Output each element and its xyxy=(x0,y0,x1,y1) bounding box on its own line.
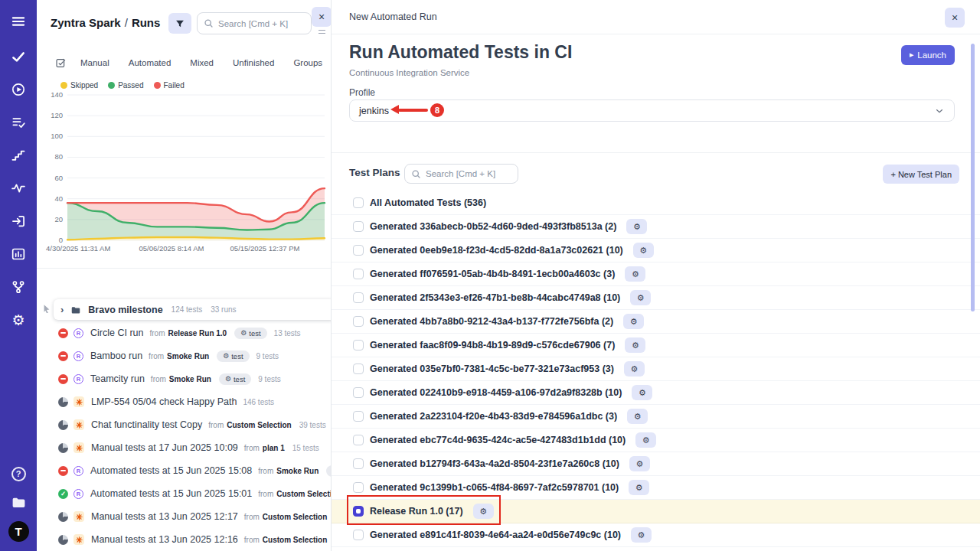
svg-text:120: 120 xyxy=(51,111,63,119)
test-plan-settings-button[interactable]: ⚙ xyxy=(630,290,651,305)
test-plan-row[interactable]: Generated b12794f3-643a-4a2d-8504-23f1e7… xyxy=(332,452,980,476)
scrollbar-thumb[interactable] xyxy=(971,44,975,311)
branch-icon[interactable] xyxy=(6,278,31,296)
test-plan-checkbox[interactable] xyxy=(353,340,364,350)
test-plan-checkbox[interactable] xyxy=(353,435,364,445)
test-plan-settings-button[interactable]: ⚙ xyxy=(625,266,645,282)
tab-automated[interactable]: Automated xyxy=(129,58,172,67)
test-plan-checkbox[interactable] xyxy=(353,221,364,232)
test-plans-search[interactable] xyxy=(404,164,518,184)
run-row[interactable]: Manual tests at 13 Jun 2025 12:17fromCus… xyxy=(37,505,331,528)
runs-search[interactable] xyxy=(197,12,312,34)
runs-search-input[interactable] xyxy=(214,19,311,28)
svg-text:20: 20 xyxy=(54,215,63,223)
help-icon[interactable]: ? xyxy=(6,465,31,483)
run-row[interactable]: RBamboo runfromSmoke Run⚙test9 tests xyxy=(37,344,331,367)
svg-text:140: 140 xyxy=(51,90,63,99)
menu-icon[interactable] xyxy=(6,12,31,31)
list-check-icon[interactable] xyxy=(6,113,31,132)
test-plan-row[interactable]: Generated 0eeb9e18-f23d-4cd5-82dd-8a1a73… xyxy=(332,239,980,262)
test-plan-settings-button[interactable]: ⚙ xyxy=(625,337,645,353)
test-plan-row[interactable]: Generated 2f5343e3-ef26-47b1-be8b-44cabc… xyxy=(332,286,980,310)
test-plan-checkbox[interactable] xyxy=(353,506,364,517)
test-plan-row[interactable]: Generated 2a223104-f20e-4b43-83d9-e78459… xyxy=(332,405,980,429)
test-plan-settings-button[interactable]: ⚙ xyxy=(623,314,644,329)
pulse-icon[interactable] xyxy=(6,179,31,197)
launch-button[interactable]: ▶ Launch xyxy=(901,45,955,65)
run-tag-badge[interactable]: ⚙test xyxy=(219,373,251,385)
test-plan-checkbox[interactable] xyxy=(353,364,364,374)
test-plan-settings-button[interactable]: ⚙ xyxy=(473,504,494,519)
test-plan-settings-button[interactable]: ⚙ xyxy=(624,361,645,377)
app-root: ⚙ ? T Zyntra Spark/Runs × Ma xyxy=(0,0,980,551)
test-plan-checkbox[interactable] xyxy=(353,292,364,303)
test-plan-row[interactable]: Generated faac8f09-94b8-4b19-89d9-c576cd… xyxy=(332,334,980,357)
legend-item-skipped[interactable]: Skipped xyxy=(60,81,98,90)
run-row[interactable]: RAutomated tests at 15 Jun 2025 15:08fro… xyxy=(37,459,331,482)
test-plan-settings-button[interactable]: ⚙ xyxy=(629,480,649,495)
test-plan-checkbox[interactable] xyxy=(353,482,364,493)
test-plan-settings-button[interactable]: ⚙ xyxy=(635,432,656,448)
test-plan-checkbox[interactable] xyxy=(353,269,364,279)
sign-in-icon[interactable] xyxy=(6,212,31,230)
test-plan-settings-button[interactable]: ⚙ xyxy=(629,456,650,471)
section-name[interactable]: Runs xyxy=(132,16,161,29)
select-all-icon[interactable] xyxy=(55,57,67,69)
resize-handle-icon[interactable] xyxy=(318,30,325,34)
filter-button[interactable] xyxy=(168,13,191,34)
run-row[interactable]: Chat functinality test CopyfromCustom Se… xyxy=(37,413,331,436)
panel-close-button[interactable]: × xyxy=(312,7,331,27)
test-plan-checkbox[interactable] xyxy=(353,245,364,256)
app-logo[interactable]: T xyxy=(8,521,29,542)
test-plan-checkbox[interactable] xyxy=(353,530,364,540)
test-plan-checkbox[interactable] xyxy=(353,458,364,469)
test-plan-settings-button[interactable]: ⚙ xyxy=(633,243,654,258)
play-circle-icon[interactable] xyxy=(6,80,31,99)
chevron-down-icon xyxy=(934,106,945,116)
test-plan-checkbox[interactable] xyxy=(353,387,364,398)
new-test-plan-button[interactable]: + New Test Plan xyxy=(883,165,959,184)
run-row[interactable]: Manual tests at 17 Jun 2025 10:09frompla… xyxy=(37,436,331,459)
legend-item-failed[interactable]: Failed xyxy=(154,81,185,90)
test-plan-checkbox[interactable] xyxy=(353,316,364,327)
report-chart-icon[interactable] xyxy=(6,245,31,263)
test-plan-row[interactable]: Generated ff076591-05ab-4b4b-8491-1ecb00… xyxy=(332,262,980,286)
run-row[interactable]: RAutomated tests at 15 Jun 2025 15:01fro… xyxy=(37,482,331,505)
tab-unfinished[interactable]: Unfinished xyxy=(233,58,274,67)
run-row[interactable]: Manual tests at 13 Jun 2025 12:16fromCus… xyxy=(37,528,331,551)
folder-icon[interactable] xyxy=(6,493,31,511)
steps-icon[interactable] xyxy=(6,146,31,165)
run-row[interactable]: RTeamcity runfromSmoke Run⚙test9 tests xyxy=(37,367,331,390)
tab-mixed[interactable]: Mixed xyxy=(190,58,214,67)
tasks-check-icon[interactable] xyxy=(6,47,31,66)
test-plan-row[interactable]: Release Run 1.0 (17)⚙ xyxy=(332,500,980,523)
drawer-close-button[interactable]: × xyxy=(945,8,965,28)
test-plan-row[interactable]: All Automated Tests (536) xyxy=(332,191,980,215)
run-row[interactable]: RCircle CI runfromRelease Run 1.0⚙test13… xyxy=(37,321,331,344)
milestone-row[interactable]: › Bravo milestone 124 tests 33 runs xyxy=(54,299,331,320)
test-plan-row[interactable]: Generated 9c1399b1-c065-4f84-8697-7af2c5… xyxy=(332,476,980,500)
project-name[interactable]: Zyntra Spark xyxy=(51,16,121,29)
legend-item-passed[interactable]: Passed xyxy=(108,81,143,90)
tab-groups[interactable]: Groups xyxy=(293,58,322,67)
run-tag-badge[interactable]: ⚙test xyxy=(234,328,266,339)
test-plan-settings-button[interactable]: ⚙ xyxy=(631,527,652,543)
gear-icon[interactable]: ⚙ xyxy=(6,311,31,329)
run-tag-badge[interactable]: ⚙test xyxy=(217,350,249,362)
chevron-right-icon[interactable]: › xyxy=(60,304,64,315)
test-plan-checkbox[interactable] xyxy=(353,197,364,208)
test-plan-row[interactable]: Generated 035e7bf0-7381-4c5c-be77-321e73… xyxy=(332,357,980,381)
test-plan-row[interactable]: Generated 336abecb-0b52-4d60-9ded-493f3f… xyxy=(332,215,980,239)
tab-manual[interactable]: Manual xyxy=(80,58,109,67)
run-row[interactable]: LMP-554 05/04 check Happy Path146 tests xyxy=(37,390,331,413)
test-plan-row[interactable]: Generated 4bb7a8b0-9212-43a4-b137-f772fe… xyxy=(332,310,980,334)
test-plan-checkbox[interactable] xyxy=(353,411,364,422)
test-plans-search-input[interactable] xyxy=(421,169,518,178)
test-plan-settings-button[interactable]: ⚙ xyxy=(627,409,648,424)
run-title: LMP-554 05/04 check Happy Path xyxy=(91,396,237,407)
test-plan-settings-button[interactable]: ⚙ xyxy=(626,219,647,234)
test-plan-row[interactable]: Generated ebc77c4d-9635-424c-ac5e-427483… xyxy=(332,429,980,452)
test-plan-row[interactable]: Generated e891c41f-8039-4e64-aa24-e0d56e… xyxy=(332,523,980,547)
test-plan-row[interactable]: Generated 022410b9-e918-4459-a106-97d2a9… xyxy=(332,381,980,405)
test-plan-settings-button[interactable]: ⚙ xyxy=(632,385,652,400)
